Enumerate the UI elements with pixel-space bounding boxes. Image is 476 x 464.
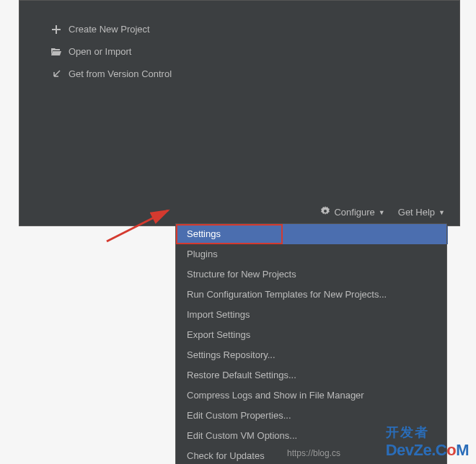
chevron-down-icon: ▼ [379,209,385,216]
vcs-label: Get from Version Control [69,68,172,79]
menu-item-compress-logs[interactable]: Compress Logs and Show in File Manager [176,385,446,406]
menu-item-structure[interactable]: Structure for New Projects [176,264,446,285]
footer-links: Configure ▼ Get Help ▼ [320,206,445,218]
gear-icon [320,206,330,218]
plus-icon [51,24,61,35]
welcome-actions: Create New Project Open or Import Get fr… [19,1,459,102]
menu-item-plugins[interactable]: Plugins [176,244,446,264]
open-or-import[interactable]: Open or Import [51,40,428,63]
help-label: Get Help [398,207,435,218]
watermark-cn: 开发者 [386,424,469,441]
vcs-arrow-icon [51,69,61,79]
watermark: 开发者 DevZe.CoM [386,424,469,460]
menu-item-edit-properties[interactable]: Edit Custom Properties... [176,406,446,426]
welcome-panel: Create New Project Open or Import Get fr… [19,0,460,226]
menu-item-settings[interactable]: Settings [176,224,283,244]
menu-item-run-config[interactable]: Run Configuration Templates for New Proj… [176,285,446,305]
create-label: Create New Project [69,24,150,35]
create-new-project[interactable]: Create New Project [51,18,428,40]
menu-item-settings-repo[interactable]: Settings Repository... [176,345,446,365]
get-help-dropdown[interactable]: Get Help ▼ [398,207,445,218]
menu-item-import-settings[interactable]: Import Settings [176,305,446,325]
menu-item-export-settings[interactable]: Export Settings [176,325,446,345]
watermark-en: DevZe.CoM [386,441,469,460]
chevron-down-icon: ▼ [438,209,445,216]
configure-dropdown[interactable]: Configure ▼ [320,206,384,218]
open-label: Open or Import [69,46,131,57]
get-from-vcs[interactable]: Get from Version Control [51,63,428,85]
folder-open-icon [51,47,61,57]
configure-label: Configure [334,207,374,218]
menu-item-restore-defaults[interactable]: Restore Default Settings... [176,365,446,385]
status-url: https://blog.cs [287,448,340,458]
